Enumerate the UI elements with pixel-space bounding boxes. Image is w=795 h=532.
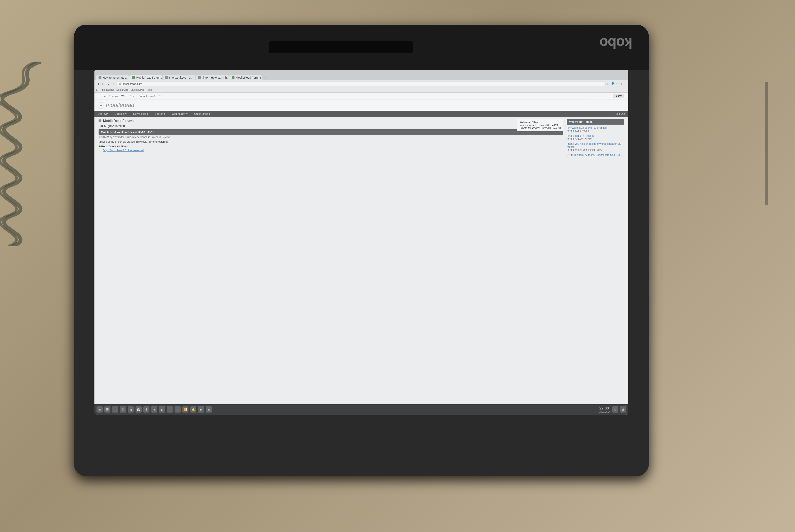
- site-search-input[interactable]: [587, 94, 612, 98]
- stb-icon-wifi[interactable]: 📶: [182, 406, 188, 413]
- tab-2[interactable]: MobileRead Forum... ✕: [129, 75, 162, 80]
- site-logo: mobileread: [98, 102, 624, 109]
- nav-more[interactable]: ☰: [158, 95, 161, 98]
- welcome-messages: Private Messages: Unread 0, Total 13: [520, 127, 561, 130]
- tab-1[interactable]: How to automate... ✕: [96, 75, 129, 80]
- reload-button[interactable]: ↻: [106, 82, 111, 86]
- hot-topic-3-title[interactable]: I need you help choosing my first eReade…: [567, 142, 624, 148]
- account-icon[interactable]: ○: [621, 82, 622, 86]
- extensions-icon[interactable]: ⊞: [607, 82, 609, 86]
- tab-5[interactable]: MobileRead Forums ✕: [229, 75, 262, 80]
- nav-ebooks[interactable]: E-Books ▾: [111, 111, 130, 117]
- forum-title-text: MobileRead Forums: [103, 119, 134, 123]
- stb-icon-circle[interactable]: ◉: [206, 406, 212, 413]
- profile-icon[interactable]: 👤: [611, 82, 614, 86]
- toolbar-icons: ⊞ 👤 ☆ ○ ⋮: [607, 82, 627, 86]
- nav-wiki[interactable]: Wiki: [121, 95, 127, 98]
- welcome-greeting: Welcome, NiMa.: [520, 121, 561, 124]
- stb-icon-11[interactable]: ♪: [174, 406, 181, 413]
- stb-icon-2[interactable]: ☰: [104, 406, 111, 413]
- nav-quick-links[interactable]: Quick Links ▾: [191, 111, 213, 117]
- tab-3[interactable]: shortcut keys - G... ✕: [163, 75, 195, 80]
- site-search-button[interactable]: Search: [613, 94, 624, 98]
- stb-icon-1[interactable]: ⊞: [96, 406, 103, 413]
- stb-icon-4[interactable]: ⎘: [120, 406, 126, 413]
- site-nav-links: Home Forums Wiki Chat Submit News! ☰: [98, 95, 161, 98]
- bookmark-latest-news[interactable]: Latest News: [131, 89, 144, 91]
- hot-topic-2-title[interactable]: Finally got 1 (47 replies): [567, 134, 624, 137]
- tab-4-label: linux - How can I th...: [203, 76, 229, 79]
- nav-submit-news[interactable]: Submit News!: [138, 95, 155, 98]
- news-item-1-link[interactable]: Onyx Boox Poke2 Colour released: [103, 149, 144, 152]
- featured-post-card[interactable]: MobileRead Week in Review: 08/09 - 08/15: [98, 129, 563, 135]
- bookmark-icon[interactable]: ☆: [616, 82, 619, 86]
- tab-2-label: MobileRead Forum...: [136, 76, 162, 79]
- stb-icon-bell[interactable]: 🔔: [190, 406, 196, 413]
- home-button[interactable]: ⌂: [112, 82, 115, 86]
- bookmark-applications[interactable]: Applications: [101, 89, 114, 91]
- bookmarks-bar: ⊞ Applications Debian.org Latest News He…: [94, 88, 628, 92]
- site-logo-area: mobileread: [94, 100, 628, 111]
- news-items: Onyx Boox Poke2 Colour released: [98, 149, 563, 152]
- bookmark-debian[interactable]: Debian.org: [116, 89, 129, 91]
- tab-5-favicon: [232, 76, 234, 79]
- stb-icon-10[interactable]: ↑: [167, 406, 173, 413]
- stb-icon-forward[interactable]: ▶: [198, 406, 204, 413]
- new-tab-button[interactable]: +: [262, 75, 267, 80]
- bookmark-help[interactable]: Help: [147, 89, 152, 91]
- forward-button[interactable]: ▶: [101, 82, 105, 86]
- hot-topic-4-title[interactable]: US Publishers, Authors, Booksellers Call…: [567, 153, 624, 156]
- stb-icon-8[interactable]: ▣: [151, 406, 157, 413]
- hot-topic-2-forum: Forum: Amazon Kindle: [567, 137, 624, 140]
- taskbar-time: 22:00: [599, 406, 611, 411]
- post-description: Missed some of our big stories this week…: [98, 140, 563, 143]
- hot-topic-3: I need you help choosing my first eReade…: [567, 142, 624, 151]
- nav-logout[interactable]: Log Out: [612, 111, 628, 117]
- website-content: Home Forums Wiki Chat Submit News! ☰ Sea…: [94, 93, 628, 415]
- browser-chrome: How to automate... ✕ MobileRead Forum...…: [94, 70, 628, 93]
- stb-icon-3[interactable]: ◫: [112, 406, 118, 413]
- forum-title: MobileRead Forums: [98, 119, 514, 123]
- kobo-logo: kobo: [600, 35, 632, 51]
- stb-icon-9[interactable]: ◐: [159, 406, 165, 413]
- tab-2-favicon: [132, 76, 135, 79]
- news-item-1[interactable]: Onyx Boox Poke2 Colour released: [103, 149, 563, 152]
- camera-slot: [269, 41, 413, 53]
- stb-icon-emoji[interactable]: ☺: [612, 406, 619, 413]
- nav-search[interactable]: Search ▾: [152, 111, 169, 117]
- browser-tabs: How to automate... ✕ MobileRead Forum...…: [94, 70, 628, 80]
- welcome-box: Welcome, NiMa. You last visited: Today a…: [517, 119, 563, 131]
- stb-icon-6[interactable]: 📅: [135, 406, 142, 413]
- tab-1-favicon: [98, 76, 101, 79]
- tab-1-label: How to automate...: [103, 76, 127, 79]
- tab-3-close[interactable]: ✕: [195, 76, 195, 79]
- welcome-last-visited: You last visited: Today at 09:34 PM: [520, 124, 561, 127]
- featured-post-title: MobileRead Week in Review: 08/09 - 08/15: [101, 131, 154, 134]
- stb-icon-5[interactable]: ▦: [128, 406, 134, 413]
- hot-topic-2: Finally got 1 (47 replies) Forum: Amazon…: [567, 134, 624, 140]
- main-nav: User CP E-Books ▾ New Posts ▾ Search ▾ C…: [94, 111, 628, 117]
- nav-forums[interactable]: Forums: [109, 95, 118, 98]
- nav-new-posts[interactable]: New Posts ▾: [130, 111, 152, 117]
- stb-icon-trash[interactable]: 🗑: [620, 406, 626, 413]
- hot-topics-card: Week's Hot Topics: [567, 119, 624, 125]
- news-section-title: E-Book General - News: [98, 145, 563, 148]
- nav-user-cp[interactable]: User CP: [94, 111, 111, 117]
- hot-topic-4: US Publishers, Authors, Booksellers Call…: [567, 153, 624, 156]
- tab-3-label: shortcut keys - G...: [169, 76, 193, 79]
- tab-4-favicon: [198, 76, 201, 79]
- screen-taskbar: ⊞ ☰ ◫ ⎘ ▦ 📅 ⚙ ▣ ◐ ↑ ♪ 📶 🔔 ▶ ◉ 22:00 2020…: [94, 404, 628, 415]
- forum-main: Welcome, NiMa. You last visited: Today a…: [98, 119, 563, 158]
- address-bar[interactable]: 🔒 mobileread.com: [116, 81, 605, 86]
- nav-home[interactable]: Home: [98, 95, 106, 98]
- tab-4[interactable]: linux - How can I th... ✕: [196, 75, 229, 80]
- nav-chat[interactable]: Chat: [130, 95, 135, 98]
- hot-topic-1-title[interactable]: Firmware 4.23.15548 (173 replies): [567, 126, 624, 129]
- back-button[interactable]: ◀: [96, 82, 100, 86]
- stb-icon-7[interactable]: ⚙: [143, 406, 150, 413]
- site-top-nav: Home Forums Wiki Chat Submit News! ☰ Sea…: [94, 93, 628, 100]
- menu-icon[interactable]: ⋮: [624, 82, 627, 86]
- forum-title-icon: [98, 119, 101, 122]
- nav-community[interactable]: Community ▾: [169, 111, 191, 117]
- apps-icon: ⊞: [96, 89, 98, 91]
